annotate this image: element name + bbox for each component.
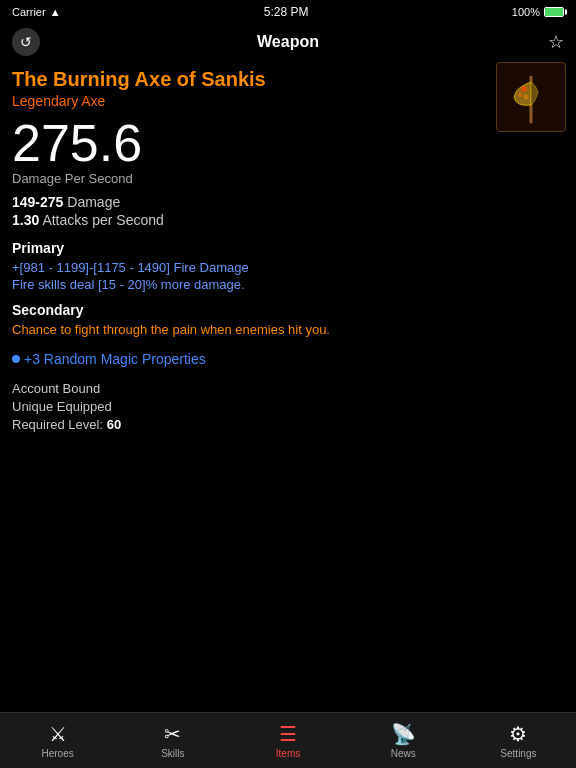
items-icon: ☰ — [279, 722, 297, 746]
axe-image-svg — [506, 67, 556, 127]
svg-point-3 — [524, 95, 529, 100]
tab-settings[interactable]: ⚙ Settings — [461, 722, 576, 759]
svg-point-1 — [521, 86, 527, 92]
item-damage: 149-275 Damage — [12, 194, 564, 210]
item-damage-label: Damage — [67, 194, 120, 210]
account-bound-label: Account Bound — [12, 381, 564, 396]
settings-icon: ⚙ — [509, 722, 527, 746]
back-icon: ↺ — [20, 34, 32, 50]
nav-bar: ↺ Weapon ☆ — [0, 24, 576, 60]
fire-skills-prop: Fire skills deal [15 - 20]% more damage. — [12, 277, 564, 292]
wifi-icon: ▲ — [50, 6, 61, 18]
carrier-label: Carrier — [12, 6, 46, 18]
required-level: Required Level: 60 — [12, 417, 564, 432]
news-icon: 📡 — [391, 722, 416, 746]
battery-fill — [545, 8, 563, 16]
back-button[interactable]: ↺ — [12, 28, 40, 56]
magic-props-text: +3 Random Magic Properties — [24, 351, 206, 367]
favorite-button[interactable]: ☆ — [548, 31, 564, 53]
item-aps-label: Attacks per Second — [42, 212, 163, 228]
tab-bar: ⚔ Heroes ✂ Skills ☰ Items 📡 News ⚙ Setti… — [0, 712, 576, 768]
item-dps-label: Damage Per Second — [12, 171, 564, 186]
status-right: 100% — [512, 6, 564, 18]
heroes-icon: ⚔ — [49, 722, 67, 746]
battery-label: 100% — [512, 6, 540, 18]
item-aps: 1.30 — [12, 212, 39, 228]
items-label: Items — [276, 748, 300, 759]
status-bar: Carrier ▲ 5:28 PM 100% — [0, 0, 576, 24]
secondary-prop: Chance to fight through the pain when en… — [12, 322, 564, 337]
secondary-label: Secondary — [12, 302, 564, 318]
item-name: The Burning Axe of Sankis — [12, 68, 564, 91]
skills-icon: ✂ — [164, 722, 181, 746]
status-left: Carrier ▲ — [12, 6, 61, 18]
tab-news[interactable]: 📡 News — [346, 722, 461, 759]
item-attacks: 1.30 Attacks per Second — [12, 212, 564, 228]
tab-skills[interactable]: ✂ Skills — [115, 722, 230, 759]
secondary-section: Secondary Chance to fight through the pa… — [12, 302, 564, 337]
item-image — [496, 62, 566, 132]
heroes-label: Heroes — [41, 748, 73, 759]
fire-damage-prop: +[981 - 1199]-[1175 - 1490] Fire Damage — [12, 260, 564, 275]
nav-title: Weapon — [257, 33, 319, 51]
unique-equipped-label: Unique Equipped — [12, 399, 564, 414]
item-type: Legendary Axe — [12, 93, 564, 109]
settings-label: Settings — [500, 748, 536, 759]
main-content: The Burning Axe of Sankis Legendary Axe … — [0, 60, 576, 440]
skills-label: Skills — [161, 748, 184, 759]
battery-icon — [544, 7, 564, 17]
svg-point-2 — [518, 93, 522, 97]
item-damage-range: 149-275 — [12, 194, 63, 210]
item-dps: 275.6 — [12, 117, 564, 169]
magic-props: +3 Random Magic Properties — [12, 351, 564, 367]
tab-heroes[interactable]: ⚔ Heroes — [0, 722, 115, 759]
status-time: 5:28 PM — [264, 5, 309, 19]
news-label: News — [391, 748, 416, 759]
required-level-label: Required Level: — [12, 417, 103, 432]
required-level-value: 60 — [107, 417, 121, 432]
primary-label: Primary — [12, 240, 564, 256]
tab-items[interactable]: ☰ Items — [230, 722, 345, 759]
magic-dot-icon — [12, 355, 20, 363]
